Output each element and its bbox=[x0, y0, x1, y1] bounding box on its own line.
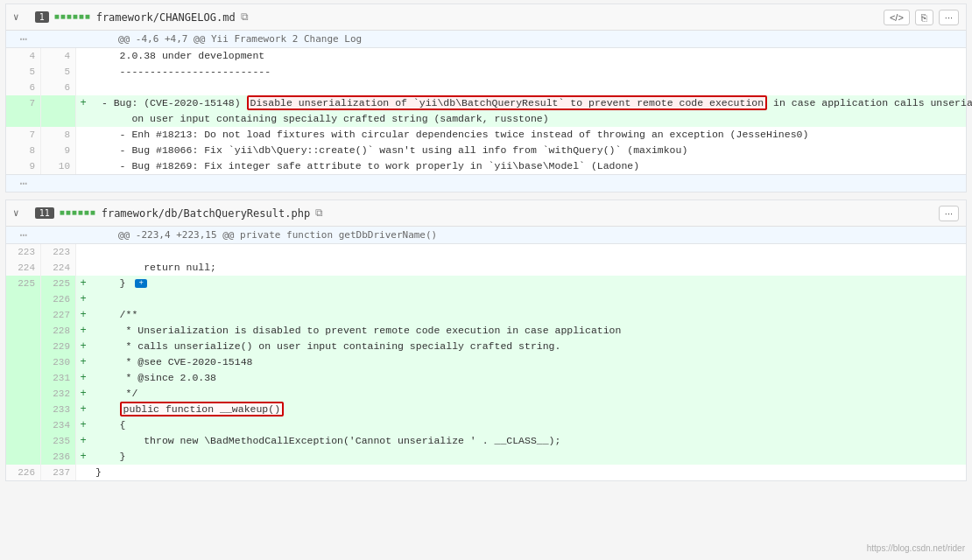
new-line-num: 224 bbox=[41, 260, 76, 276]
old-line-num bbox=[6, 370, 41, 386]
diff-sign bbox=[76, 64, 90, 80]
table-row: 5 5 ------------------------- bbox=[6, 64, 966, 80]
table-row: on user input containing specially craft… bbox=[6, 111, 966, 127]
old-line-num bbox=[6, 111, 41, 127]
diff-code: throw new \BadMethodCallException('Canno… bbox=[90, 433, 966, 449]
diff-code: * Unserialization is disabled to prevent… bbox=[90, 323, 966, 339]
diff-sign: + bbox=[76, 417, 90, 433]
hunk2-expand[interactable]: ⋯ bbox=[6, 228, 41, 242]
diff-code: * calls unserialize() on user input cont… bbox=[90, 339, 966, 354]
diff-code: } + bbox=[90, 276, 966, 291]
table-row: 7 8 - Enh #18213: Do not load fixtures w… bbox=[6, 127, 966, 143]
diff-sign bbox=[76, 48, 90, 64]
table-row: 235 + throw new \BadMethodCallException(… bbox=[6, 433, 966, 449]
diff-code bbox=[90, 291, 966, 307]
old-line-num: 5 bbox=[6, 64, 41, 80]
changelog-filename: framework/CHANGELOG.md bbox=[96, 11, 236, 24]
diff-sign bbox=[76, 465, 90, 480]
changelog-doc-button[interactable]: ⎘ bbox=[915, 10, 933, 25]
old-line-num bbox=[6, 307, 41, 323]
new-line-num: 229 bbox=[41, 339, 76, 354]
old-line-num: 224 bbox=[6, 260, 41, 276]
diff-sign: + bbox=[76, 95, 90, 111]
table-row: 225 225 + } + bbox=[6, 276, 966, 291]
new-line-num: 223 bbox=[41, 244, 76, 260]
new-line-num: 226 bbox=[41, 291, 76, 307]
batchquery-copy-icon[interactable]: ⧉ bbox=[315, 207, 323, 220]
batchquery-more-button[interactable]: ··· bbox=[939, 206, 959, 221]
old-line-num: 8 bbox=[6, 143, 41, 158]
changelog-count-badge: 1 bbox=[35, 11, 49, 23]
hunk1-expand[interactable]: ⋯ bbox=[6, 32, 41, 46]
new-line-num: 8 bbox=[41, 127, 76, 143]
old-line-num bbox=[6, 339, 41, 354]
table-row: 223 223 bbox=[6, 244, 966, 260]
diff-sign: + bbox=[76, 339, 90, 354]
old-line-num: 7 bbox=[6, 95, 41, 111]
diff-sign bbox=[76, 244, 90, 260]
old-line-num: 6 bbox=[6, 80, 41, 95]
table-row: 229 + * calls unserialize() on user inpu… bbox=[6, 339, 966, 354]
old-line-num bbox=[6, 402, 41, 417]
table-row: 8 9 - Bug #18066: Fix `yii\db\Query::cre… bbox=[6, 143, 966, 158]
old-line-num bbox=[6, 433, 41, 449]
table-row: 226 237 } bbox=[6, 465, 966, 480]
table-row: 4 4 2.0.38 under development bbox=[6, 48, 966, 64]
batchquery-file-header: ∨ 11 ■■■■■■ framework/db/BatchQueryResul… bbox=[6, 200, 966, 227]
diff-sign: + bbox=[76, 291, 90, 307]
table-row: 6 6 bbox=[6, 80, 966, 95]
batchquery-expand-icon[interactable]: ∨ bbox=[13, 207, 19, 219]
hunk1-expand-bottom[interactable]: ⋯ bbox=[6, 176, 41, 191]
diff-code bbox=[90, 80, 966, 95]
changelog-more-button[interactable]: ··· bbox=[939, 10, 959, 25]
new-line-num: 6 bbox=[41, 80, 76, 95]
diff-sign: + bbox=[76, 370, 90, 386]
diff-code: } bbox=[90, 449, 966, 465]
diff-sign bbox=[76, 127, 90, 143]
new-line-num: 234 bbox=[41, 417, 76, 433]
watermark: https://blog.csdn.net/rider bbox=[867, 543, 965, 553]
new-line-num: 9 bbox=[41, 143, 76, 158]
diff-code: on user input containing specially craft… bbox=[90, 111, 966, 127]
changelog-expand-icon[interactable]: ∨ bbox=[13, 11, 19, 23]
changelog-copy-icon[interactable]: ⧉ bbox=[241, 11, 249, 24]
old-line-num bbox=[6, 323, 41, 339]
diff-code bbox=[90, 244, 966, 260]
diff-code: /** bbox=[90, 307, 966, 323]
old-line-num bbox=[6, 417, 41, 433]
diff-sign: + bbox=[76, 433, 90, 449]
changelog-code-button[interactable]: </> bbox=[884, 10, 910, 25]
changelog-file-header: ∨ 1 ■■■■■■ framework/CHANGELOG.md ⧉ </> … bbox=[6, 4, 966, 31]
table-row: 7 + - Bug: (CVE-2020-15148) Disable unse… bbox=[6, 95, 966, 111]
diff-sign: + bbox=[76, 386, 90, 402]
diff-sign: + bbox=[76, 354, 90, 370]
old-line-num bbox=[6, 386, 41, 402]
diff-code: * @see CVE-2020-15148 bbox=[90, 354, 966, 370]
table-row: 231 + * @since 2.0.38 bbox=[6, 370, 966, 386]
batchquery-filename: framework/db/BatchQueryResult.php bbox=[102, 207, 310, 220]
old-line-num: 226 bbox=[6, 465, 41, 480]
old-line-num: 4 bbox=[6, 48, 41, 64]
diff-sign: + bbox=[76, 276, 90, 291]
diff-sign bbox=[76, 260, 90, 276]
table-row: 224 224 return null; bbox=[6, 260, 966, 276]
diff-code: return null; bbox=[90, 260, 966, 276]
old-line-num bbox=[6, 291, 41, 307]
diff-sign bbox=[76, 111, 90, 127]
table-row: 233 + public function __wakeup() bbox=[6, 402, 966, 417]
old-line-num bbox=[6, 449, 41, 465]
diff-sign: + bbox=[76, 402, 90, 417]
new-line-num: 10 bbox=[41, 158, 76, 174]
new-line-num: 232 bbox=[41, 386, 76, 402]
batchquery-count-badge: 11 bbox=[35, 207, 54, 219]
table-row: 228 + * Unserialization is disabled to p… bbox=[6, 323, 966, 339]
diff-code: public function __wakeup() bbox=[90, 402, 966, 417]
diff-sign bbox=[76, 158, 90, 174]
diff-code: * @since 2.0.38 bbox=[90, 370, 966, 386]
diff-code: } bbox=[90, 465, 966, 480]
new-line-num: 237 bbox=[41, 465, 76, 480]
new-line-num: 5 bbox=[41, 64, 76, 80]
changelog-count-squares: ■■■■■■ bbox=[54, 12, 91, 22]
diff-code: - Enh #18213: Do not load fixtures with … bbox=[90, 127, 966, 143]
old-line-num: 9 bbox=[6, 158, 41, 174]
